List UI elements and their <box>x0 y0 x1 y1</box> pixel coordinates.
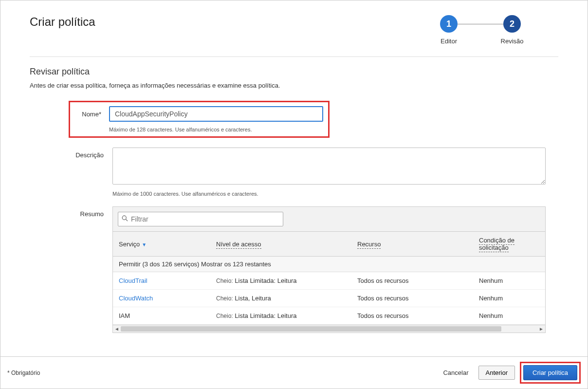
condition-value: Nenhum <box>473 290 545 307</box>
description-input[interactable] <box>112 148 546 185</box>
condition-value: Nenhum <box>473 307 545 325</box>
service-link[interactable]: CloudWatch <box>119 295 153 302</box>
sort-caret-icon: ▼ <box>142 242 147 247</box>
cheio-label: Cheio: <box>216 295 233 302</box>
horizontal-scrollbar[interactable]: ◄ ► <box>113 325 545 333</box>
step-number-2: 2 <box>503 15 521 33</box>
col-service[interactable]: Serviço▼ <box>113 232 210 257</box>
cheio-label: Cheio: <box>216 313 233 319</box>
service-link[interactable]: CloudTrail <box>119 277 147 284</box>
access-value: Lista Limitada: Leitura <box>235 277 296 284</box>
name-input[interactable] <box>109 106 323 122</box>
name-highlight: Nome* Máximo de 128 caracteres. Use alfa… <box>69 101 330 138</box>
service-text: IAM <box>119 312 130 319</box>
step-editor[interactable]: 1 Editor <box>417 15 480 45</box>
step-number-1: 1 <box>440 15 458 33</box>
cheio-label: Cheio: <box>216 278 233 284</box>
description-helper: Máximo de 1000 caracteres. Use alfanumér… <box>112 191 546 197</box>
summary-box: Serviço▼ Nível de acesso Recurso Condiçã… <box>112 206 546 333</box>
summary-label: Resumo <box>30 206 112 333</box>
name-label: Nome* <box>75 111 109 118</box>
summary-table: Serviço▼ Nível de acesso Recurso Condiçã… <box>113 232 545 325</box>
required-note: * Obrigatório <box>7 370 40 376</box>
create-highlight: Criar política <box>520 362 581 384</box>
description-label: Descrição <box>30 148 112 197</box>
step-connector <box>449 24 512 24</box>
review-heading: Revisar política <box>30 67 558 77</box>
access-value: Lista, Leitura <box>235 295 271 302</box>
cancel-button[interactable]: Cancelar <box>438 366 473 379</box>
name-helper: Máximo de 128 caracteres. Use alfanuméri… <box>109 127 323 132</box>
scroll-thumb[interactable] <box>121 326 501 332</box>
scroll-left-icon[interactable]: ◄ <box>113 325 121 333</box>
condition-value: Nenhum <box>473 272 545 290</box>
svg-line-1 <box>126 220 128 222</box>
divider <box>30 56 558 57</box>
wizard-steps: 1 Editor 2 Revisão <box>417 15 544 45</box>
filter-input[interactable] <box>118 212 283 226</box>
footer: * Obrigatório Cancelar Anterior Criar po… <box>0 356 588 389</box>
svg-point-0 <box>122 216 126 220</box>
col-access[interactable]: Nível de acesso <box>210 232 351 257</box>
table-row: CloudWatch Cheio: Lista, Leitura Todos o… <box>113 290 545 307</box>
step-review[interactable]: 2 Revisão <box>480 15 544 45</box>
resource-value: Todos os recursos <box>351 272 473 290</box>
page-title: Criar política <box>30 15 95 29</box>
col-condition[interactable]: Condição de solicitação <box>473 232 545 257</box>
step-label-1: Editor <box>441 37 457 45</box>
table-row: IAM Cheio: Lista Limitada: Leitura Todos… <box>113 307 545 325</box>
step-label-2: Revisão <box>501 37 524 45</box>
col-resource[interactable]: Recurso <box>351 232 473 257</box>
resource-value: Todos os recursos <box>351 290 473 307</box>
create-policy-button[interactable]: Criar política <box>523 365 577 380</box>
summary-toolbar <box>113 207 545 232</box>
search-icon <box>122 215 128 223</box>
review-description: Antes de criar essa política, forneça as… <box>30 82 558 89</box>
group-row[interactable]: Permitir (3 dos 126 serviços) Mostrar os… <box>113 257 545 272</box>
resource-value: Todos os recursos <box>351 307 473 325</box>
access-value: Lista Limitada: Leitura <box>235 312 296 319</box>
previous-button[interactable]: Anterior <box>478 366 515 380</box>
scroll-right-icon[interactable]: ► <box>537 325 545 333</box>
table-row: CloudTrail Cheio: Lista Limitada: Leitur… <box>113 272 545 290</box>
